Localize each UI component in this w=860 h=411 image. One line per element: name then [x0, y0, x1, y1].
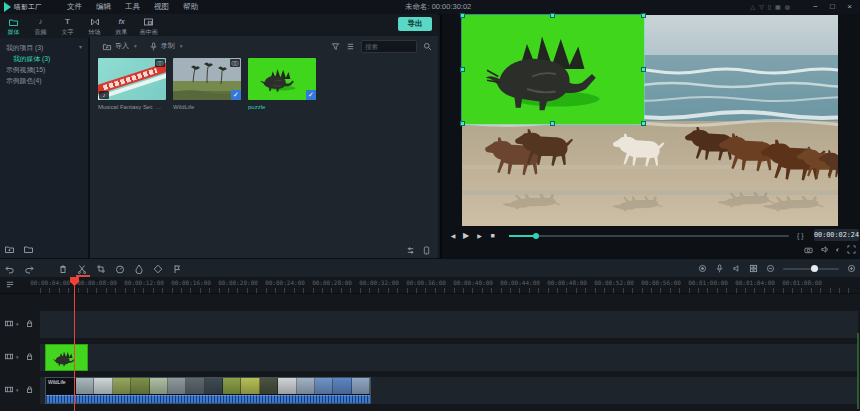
export-button[interactable]: 导出 [398, 17, 432, 31]
resize-handle-sw[interactable] [460, 121, 465, 126]
search-input[interactable] [361, 40, 417, 53]
greenscreen-clip[interactable] [45, 344, 88, 371]
resize-handle-w[interactable] [460, 67, 465, 72]
tab-titles[interactable]: T 文字 [54, 17, 81, 37]
track-manager-icon[interactable] [749, 264, 758, 273]
sidebar-item-sample-videos[interactable]: 示例视频(15) [0, 64, 88, 75]
device-icon[interactable] [423, 246, 430, 255]
media-item-puzzle[interactable]: ✓ puzzle [248, 58, 316, 110]
playhead-line[interactable] [74, 277, 75, 411]
disc-icon[interactable]: ◍ [785, 0, 790, 14]
close-button[interactable]: × [841, 0, 858, 14]
filter-icon[interactable] [331, 42, 340, 51]
track-lane[interactable]: WildLife [40, 377, 858, 404]
lock-icon[interactable] [25, 319, 34, 328]
timeline-ruler[interactable]: 00:00:04:0000:00:08:0000:00:12:0000:00:1… [0, 277, 860, 294]
display-quality-icon[interactable]: ◐ [836, 246, 840, 253]
mark-in-out-icons[interactable]: {} [797, 232, 806, 239]
sidebar-item-sample-colors[interactable]: 示例颜色(4) [0, 75, 88, 86]
chevron-down-icon[interactable]: ▾ [16, 321, 19, 327]
track-lane[interactable] [40, 344, 858, 371]
mic-icon[interactable] [715, 264, 724, 273]
resize-handle-e[interactable] [641, 67, 646, 72]
tab-transitions[interactable]: 转场 [81, 17, 108, 37]
media-item-music[interactable]: ♪ Musical Fantasy Set: Film... [98, 58, 166, 110]
sidebar-item-my-project[interactable]: 我的项目 (3) ▾ [0, 42, 88, 53]
adjust-icon[interactable] [406, 246, 415, 255]
greenscreen-thumbnail[interactable]: ✓ [248, 58, 316, 100]
timeline-zoom-slider[interactable] [783, 268, 839, 270]
doc-icon[interactable]: ▯ [768, 0, 771, 14]
greenscreen-overlay-clip[interactable] [462, 15, 644, 124]
resize-handle-ne[interactable] [641, 13, 646, 18]
tab-pip[interactable]: 画中画 [135, 17, 162, 37]
record-icon[interactable] [698, 264, 707, 273]
voiceover-icon[interactable] [732, 264, 741, 273]
filmstrip-frame [223, 378, 241, 394]
chevron-down-icon[interactable]: ▾ [16, 387, 19, 393]
import-button[interactable]: 导入 ▾ [102, 41, 137, 51]
timeline-scrollbar[interactable] [857, 333, 859, 409]
delete-icon[interactable] [58, 264, 68, 274]
resize-handle-se[interactable] [641, 121, 646, 126]
upload-icon[interactable]: △ [751, 0, 756, 14]
previous-frame-button[interactable]: ◀ [447, 232, 459, 239]
transport-controls: ◀ ▶ ▶ ■ {} 00:00:02:24 [442, 228, 860, 243]
marker-icon[interactable] [172, 264, 182, 274]
undo-icon[interactable] [4, 264, 15, 274]
menu-edit[interactable]: 编辑 [89, 0, 118, 14]
search-icon[interactable] [423, 42, 432, 51]
tab-audio[interactable]: ♪ 音频 [27, 17, 54, 37]
wildlife-thumbnail[interactable]: ✓ [173, 58, 241, 100]
layout-grid-icon[interactable]: ▦ [775, 0, 781, 14]
download-icon[interactable]: ▽ [759, 0, 764, 14]
fullscreen-icon[interactable] [847, 245, 856, 254]
zoom-in-icon[interactable] [847, 264, 856, 273]
track-type-icon[interactable] [4, 319, 14, 328]
media-item-wildlife[interactable]: ✓ WildLife [173, 58, 241, 110]
lock-icon[interactable] [25, 385, 34, 394]
resize-handle-s[interactable] [550, 121, 555, 126]
zoom-out-icon[interactable] [766, 264, 775, 273]
menu-file[interactable]: 文件 [60, 0, 89, 14]
resize-handle-nw[interactable] [460, 13, 465, 18]
keyframe-icon[interactable] [153, 264, 163, 274]
record-button[interactable]: 录制 ▾ [149, 41, 183, 51]
wildlife-video-clip[interactable]: WildLife [45, 377, 371, 404]
maximize-button[interactable]: □ [824, 0, 841, 14]
folder-icon[interactable] [23, 244, 34, 254]
seek-bar[interactable] [509, 235, 789, 237]
new-folder-icon[interactable] [4, 244, 15, 254]
speaker-icon[interactable] [820, 245, 829, 254]
menu-tools[interactable]: 工具 [118, 0, 147, 14]
play-button[interactable]: ▶ [459, 231, 473, 240]
track-type-icon[interactable] [4, 352, 14, 361]
sidebar-item-my-media[interactable]: 我的媒体 (3) [0, 53, 88, 64]
next-frame-button[interactable]: ▶ [473, 232, 486, 239]
lock-icon[interactable] [25, 352, 34, 361]
chevron-down-icon[interactable]: ▾ [16, 354, 19, 360]
zoom-slider-knob[interactable] [811, 265, 818, 272]
music-thumbnail[interactable]: ♪ [98, 58, 166, 100]
chevron-down-icon[interactable]: ▾ [79, 42, 82, 53]
snapshot-icon[interactable] [804, 246, 813, 254]
track-lane[interactable] [40, 311, 858, 338]
tab-effects[interactable]: fx 效果 [108, 17, 135, 37]
redo-icon[interactable] [24, 264, 35, 274]
filmstrip-frame [205, 378, 223, 394]
minimize-button[interactable]: − [807, 0, 824, 14]
chroma-key-icon[interactable] [134, 264, 144, 274]
list-view-icon[interactable] [346, 42, 355, 51]
resize-handle-n[interactable] [550, 13, 555, 18]
speed-icon[interactable] [115, 264, 125, 274]
menu-help[interactable]: 帮助 [176, 0, 205, 14]
seek-knob[interactable] [533, 233, 539, 239]
stop-button[interactable]: ■ [486, 232, 499, 239]
split-scissors-icon[interactable] [77, 264, 87, 274]
manage-tracks-icon[interactable] [5, 280, 15, 289]
track-type-icon[interactable] [4, 385, 14, 394]
crop-icon[interactable] [96, 264, 106, 274]
tab-media[interactable]: 媒体 [0, 17, 27, 37]
track-video-2: ▾ [0, 344, 860, 371]
menu-view[interactable]: 视图 [147, 0, 176, 14]
